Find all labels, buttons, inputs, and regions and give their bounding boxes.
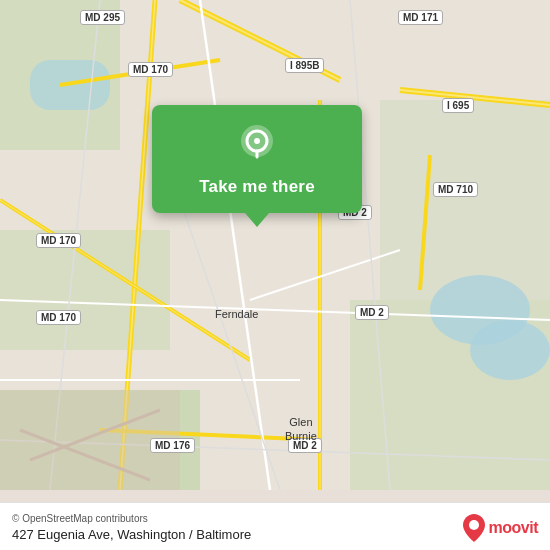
svg-point-36: [469, 520, 479, 530]
svg-rect-2: [0, 230, 170, 350]
location-tooltip: Take me there: [152, 105, 362, 213]
road-label-md2b: MD 2: [355, 305, 389, 320]
moovit-logo: moovit: [463, 514, 538, 542]
svg-point-35: [254, 138, 260, 144]
moovit-pin-icon: [463, 514, 485, 542]
attribution-text: © OpenStreetMap contributors: [12, 513, 251, 524]
take-me-there-button[interactable]: Take me there: [199, 177, 315, 197]
road-label-md170c: MD 170: [36, 310, 81, 325]
svg-rect-3: [380, 100, 550, 300]
road-label-i695: I 695: [442, 98, 474, 113]
location-pin-icon: [235, 123, 279, 167]
road-label-md170b: MD 170: [36, 233, 81, 248]
road-label-md295: MD 295: [80, 10, 125, 25]
moovit-brand-text: moovit: [489, 519, 538, 537]
road-label-i895b: I 895B: [285, 58, 324, 73]
road-label-md171: MD 171: [398, 10, 443, 25]
bottom-bar: © OpenStreetMap contributors 427 Eugenia…: [0, 502, 550, 550]
place-label-ferndale: Ferndale: [215, 308, 258, 320]
svg-point-7: [470, 320, 550, 380]
address-text: 427 Eugenia Ave, Washington / Baltimore: [12, 527, 251, 542]
road-label-md176: MD 176: [150, 438, 195, 453]
map-svg: [0, 0, 550, 490]
place-label-glen-burnie: GlenBurnie: [285, 415, 317, 443]
road-label-md170a: MD 170: [128, 62, 173, 77]
map-container: MD 295 MD 171 MD 170 MD 170 MD 170 MD 2 …: [0, 0, 550, 550]
road-label-md710: MD 710: [433, 182, 478, 197]
